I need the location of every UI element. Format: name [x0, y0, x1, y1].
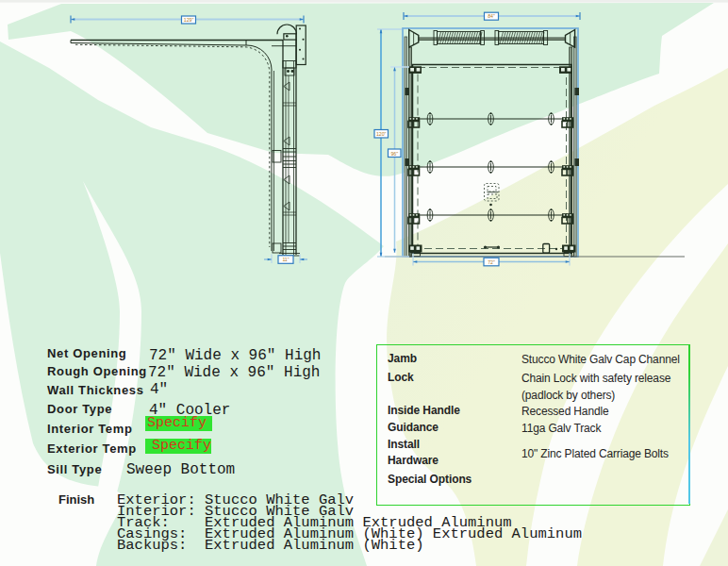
svg-text:84": 84" — [488, 13, 495, 19]
svg-text:96": 96" — [390, 151, 398, 157]
svg-text:72": 72" — [488, 259, 495, 265]
svg-text:120": 120" — [376, 131, 387, 137]
svg-text:129": 129" — [184, 17, 194, 23]
svg-text:11": 11" — [282, 257, 289, 262]
